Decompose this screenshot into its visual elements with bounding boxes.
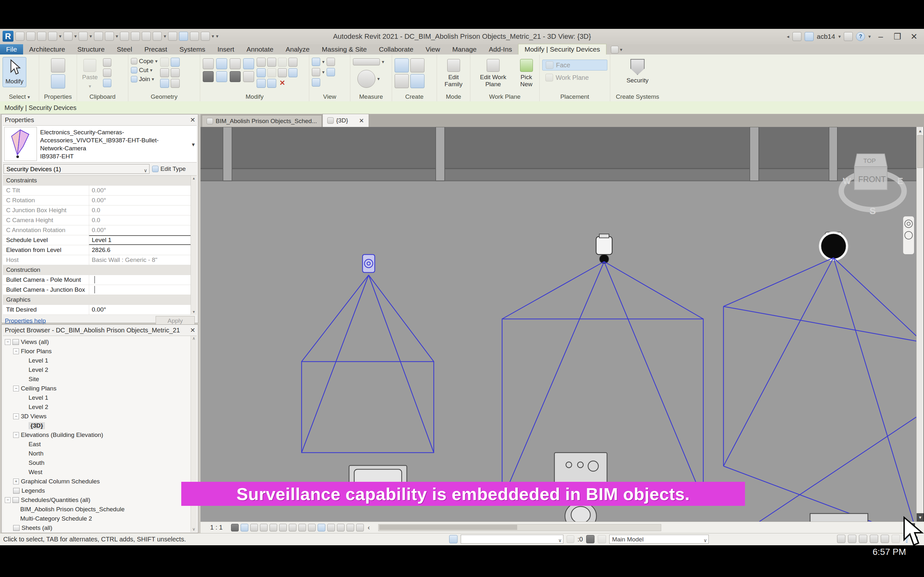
crop-view-icon[interactable]	[279, 524, 287, 532]
scroll-thumb[interactable]	[917, 135, 923, 168]
tree-item-east[interactable]: East	[5, 440, 197, 449]
tree-item-level1[interactable]: Level 1	[5, 356, 197, 365]
print-icon[interactable]	[94, 32, 103, 41]
tree-item-sheets[interactable]: Sheets (all)	[5, 523, 197, 532]
create-similar-icon[interactable]	[410, 58, 425, 73]
help-caret-icon[interactable]: ▾	[868, 34, 871, 39]
junction-box-checkbox[interactable]	[94, 286, 95, 293]
tab-systems[interactable]: Systems	[173, 44, 212, 55]
render-icon[interactable]	[270, 524, 277, 532]
scroll-thumb[interactable]	[379, 525, 517, 530]
exclude-options-icon[interactable]	[848, 535, 856, 543]
drawing-canvas[interactable]: W E S TOP FRONT	[200, 127, 916, 522]
scale-icon[interactable]	[267, 58, 276, 67]
properties-close-icon[interactable]: ✕	[190, 114, 195, 125]
delete-icon[interactable]: ✕	[278, 79, 287, 88]
lock-3d-view-icon[interactable]	[298, 524, 306, 532]
edit-boundary-icon[interactable]	[267, 68, 276, 77]
properties-help-link[interactable]: Properties help	[5, 318, 46, 324]
align-icon[interactable]	[203, 58, 214, 69]
override-graphics-brush-icon[interactable]	[312, 68, 320, 76]
help-icon[interactable]: ?	[856, 32, 865, 41]
type-selector[interactable]: Electronics_Security-Cameras-Accessories…	[3, 125, 197, 163]
tree-item-elevations[interactable]: −Elevations (Building Elevation)	[5, 430, 197, 440]
undo-caret-icon[interactable]: ▾	[74, 33, 77, 39]
tree-item-bim-schedule[interactable]: BIM_Abolish Prison Objects_Schedule	[5, 504, 197, 514]
expand-bar-icon[interactable]: ‹	[368, 524, 370, 531]
reveal-hidden-elements-icon[interactable]	[318, 524, 325, 532]
tab-massing-site[interactable]: Massing & Site	[316, 44, 373, 55]
viewcube-west-label[interactable]: W	[843, 176, 851, 186]
default-3d-view-icon[interactable]	[153, 32, 162, 41]
tree-item-graphical-column-schedules[interactable]: +Graphical Column Schedules	[5, 477, 197, 486]
property-row[interactable]: Elevation from Level2826.6	[3, 245, 197, 255]
press-drag-icon[interactable]	[859, 535, 867, 543]
tree-item-multicategory-schedule[interactable]: Multi-Category Schedule 2	[5, 514, 197, 523]
customize-qat-caret-icon[interactable]: ▾	[216, 33, 218, 39]
temporary-hide-icon[interactable]	[308, 524, 316, 532]
tab-modify-security-devices[interactable]: Modify | Security Devices	[518, 44, 606, 55]
canvas-horizontal-scrollbar[interactable]	[378, 524, 661, 531]
switch-windows-icon[interactable]	[201, 32, 210, 41]
group-label-select[interactable]: Select ▾	[0, 93, 39, 100]
tab-architecture[interactable]: Architecture	[23, 44, 71, 55]
tree-item-views[interactable]: −Views (all)	[5, 337, 197, 347]
show-constraints-icon[interactable]	[337, 524, 344, 532]
trim-extend-icon[interactable]	[243, 58, 254, 69]
3d-view-caret-icon[interactable]: ▾	[164, 33, 166, 39]
viewcube-top-label[interactable]: TOP	[863, 157, 876, 164]
edit-family-button[interactable]: Edit Family	[439, 57, 467, 90]
viewcube-front-label[interactable]: FRONT	[858, 175, 886, 184]
move-icon[interactable]	[203, 71, 214, 82]
tree-item-west[interactable]: West	[5, 467, 197, 477]
group-label-properties[interactable]: Properties	[39, 93, 77, 100]
redo-icon[interactable]	[79, 32, 87, 41]
sync-caret-icon[interactable]: ▾	[59, 33, 61, 39]
paste-button[interactable]: Paste ▾	[79, 57, 100, 92]
view-scale[interactable]: 1 : 1	[210, 524, 223, 531]
matchline-icon[interactable]	[257, 68, 266, 77]
selection-box-icon[interactable]	[312, 78, 320, 87]
beam-joins-icon[interactable]	[171, 68, 180, 77]
tab-annotate[interactable]: Annotate	[240, 44, 279, 55]
tree-item-south[interactable]: South	[5, 458, 197, 467]
thin-lines-icon[interactable]	[179, 32, 188, 41]
offset-icon[interactable]	[216, 58, 227, 69]
signed-in-user[interactable]: acb14	[817, 33, 835, 40]
close-inactive-windows-icon[interactable]	[190, 32, 199, 41]
restore-button[interactable]: ❒	[891, 32, 904, 42]
tab-steel[interactable]: Steel	[111, 44, 138, 55]
search-binoculars-icon[interactable]	[792, 32, 801, 41]
rotate-icon[interactable]	[230, 71, 241, 82]
tree-item-level2[interactable]: Level 2	[5, 365, 197, 374]
property-row[interactable]: C Camera Height0.0	[3, 215, 197, 226]
tree-item-floor-plans[interactable]: −Floor Plans	[5, 347, 197, 356]
create-parts-icon[interactable]	[410, 74, 425, 88]
close-button[interactable]: ✕	[907, 32, 921, 42]
demolish-hammer-icon[interactable]	[171, 79, 180, 88]
tab-insert[interactable]: Insert	[212, 44, 241, 55]
ribbon-state-toggle[interactable]: ▾	[611, 46, 622, 53]
temporary-view-properties-icon[interactable]	[327, 524, 335, 532]
measure-between-icon[interactable]	[288, 68, 297, 77]
tab-manage[interactable]: Manage	[446, 44, 483, 55]
property-row[interactable]: Bullet Camera - Pole Mount	[3, 275, 197, 285]
tab-add-ins[interactable]: Add-Ins	[483, 44, 518, 55]
pole-mount-checkbox[interactable]	[94, 276, 95, 284]
hide-lightbulb-icon[interactable]	[312, 58, 320, 66]
view-tab-3d[interactable]: {3D} ✕	[322, 114, 369, 127]
tab-analyze[interactable]: Analyze	[279, 44, 316, 55]
tree-item-3d-views[interactable]: −3D Views	[5, 412, 197, 421]
pin-icon[interactable]	[278, 58, 287, 67]
pick-new-work-plane-button[interactable]: Pick New	[516, 57, 537, 90]
cut-geometry-button[interactable]: Cut▾	[131, 67, 158, 74]
type-selector-caret-icon[interactable]: ▾	[192, 141, 195, 148]
tag-icon[interactable]	[131, 32, 140, 41]
worksets-icon[interactable]	[449, 535, 457, 543]
design-options-icon[interactable]	[598, 535, 606, 543]
modify-tool-button[interactable]: Modify	[3, 57, 26, 87]
tab-collaborate[interactable]: Collaborate	[373, 44, 419, 55]
align-left-icon[interactable]	[257, 79, 266, 88]
tree-item-legends[interactable]: Legends	[5, 486, 197, 495]
property-row[interactable]: C Tilt0.00°	[3, 185, 197, 195]
